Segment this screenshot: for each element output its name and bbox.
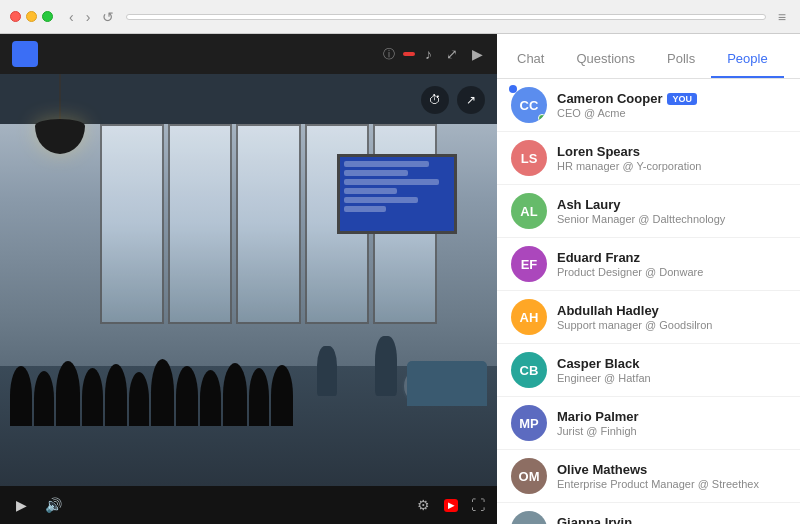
person-role: Enterprise Product Manager @ Streethex — [557, 478, 786, 490]
person-item[interactable]: LSLoren SpearsHR manager @ Y-corporation — [497, 132, 800, 185]
volume-button[interactable]: 🔊 — [41, 495, 66, 515]
maximize-button[interactable] — [42, 11, 53, 22]
volume-button[interactable]: ♪ — [423, 44, 434, 64]
window-pane — [236, 124, 300, 324]
person-name-row: Abdullah Hadley — [557, 303, 786, 318]
browser-chrome: ‹ › ↺ ≡ — [0, 0, 800, 34]
sofa — [407, 361, 487, 406]
person-avatar: EF — [511, 246, 547, 282]
live-badge — [403, 52, 415, 56]
person-role: Support manager @ Goodsilron — [557, 319, 786, 331]
person-info: Olive MathewsEnterprise Product Manager … — [557, 462, 786, 490]
person-name-row: Mario Palmer — [557, 409, 786, 424]
video-area: ⏱ ↗ — [0, 74, 497, 486]
person-name: Ash Laury — [557, 197, 621, 212]
person-avatar: AL — [511, 193, 547, 229]
person-name: Loren Spears — [557, 144, 640, 159]
avatar-wrapper: EF — [511, 246, 547, 282]
person-item[interactable]: CBCasper BlackEngineer @ Hatfan — [497, 344, 800, 397]
tab-questions[interactable]: Questions — [560, 41, 651, 78]
person-name-row: Casper Black — [557, 356, 786, 371]
person-name-row: Eduard Franz — [557, 250, 786, 265]
person-item[interactable]: EFEduard FranzProduct Designer @ Donware — [497, 238, 800, 291]
person-name: Mario Palmer — [557, 409, 639, 424]
forward-button[interactable]: › — [82, 7, 95, 27]
person-name-row: Cameron CooperYOU — [557, 91, 786, 106]
avatar-wrapper: AL — [511, 193, 547, 229]
tab-people[interactable]: People — [711, 41, 783, 78]
traffic-lights — [10, 11, 53, 22]
expand-button[interactable]: ⤢ — [444, 44, 460, 64]
person-role: CEO @ Acme — [557, 107, 786, 119]
person-name-row: Ash Laury — [557, 197, 786, 212]
youtube-logo: ▶ — [444, 499, 461, 512]
person-avatar: CB — [511, 352, 547, 388]
person-item[interactable]: MPMario PalmerJurist @ Finhigh — [497, 397, 800, 450]
tab-polls[interactable]: Polls — [651, 41, 711, 78]
overlay-icons: ⏱ ↗ — [421, 86, 485, 114]
person-name: Casper Black — [557, 356, 639, 371]
refresh-button[interactable]: ↺ — [98, 7, 118, 27]
person-item[interactable]: ALAsh LaurySenior Manager @ Dalttechnolo… — [497, 185, 800, 238]
person-name-row: Loren Spears — [557, 144, 786, 159]
tab-chat[interactable]: Chat — [501, 41, 560, 78]
fullscreen-button[interactable]: ⛶ — [471, 497, 485, 513]
person-role: Engineer @ Hatfan — [557, 372, 786, 384]
topbar-controls: ♪ ⤢ ▶ — [423, 44, 485, 64]
tabs-bar: Chat Questions Polls People — [497, 34, 800, 79]
next-button[interactable]: ▶ — [470, 44, 485, 64]
clock-button[interactable]: ⏱ — [421, 86, 449, 114]
avatar-wrapper: GI — [511, 511, 547, 524]
person-role: Jurist @ Finhigh — [557, 425, 786, 437]
back-button[interactable]: ‹ — [65, 7, 78, 27]
person-name: Abdullah Hadley — [557, 303, 659, 318]
person-role: Senior Manager @ Dalttechnology — [557, 213, 786, 225]
person-item[interactable]: AHAbdullah HadleySupport manager @ Goods… — [497, 291, 800, 344]
video-controls: ▶ 🔊 ⚙ ▶ ⛶ — [0, 486, 497, 524]
person-info: Loren SpearsHR manager @ Y-corporation — [557, 144, 786, 172]
settings-button[interactable]: ⚙ — [413, 495, 434, 515]
avatar-wrapper: AH — [511, 299, 547, 335]
person-name: Gianna Irvin — [557, 515, 632, 524]
person-name: Cameron Cooper — [557, 91, 662, 106]
close-button[interactable] — [10, 11, 21, 22]
avatar-wrapper: MP — [511, 405, 547, 441]
avatar-wrapper: OM — [511, 458, 547, 494]
person-avatar: LS — [511, 140, 547, 176]
person-item[interactable]: GIGianna IrvinUX Engineer @ Rangreen — [497, 503, 800, 524]
window-pane — [100, 124, 164, 324]
presenter-1 — [317, 346, 337, 396]
person-item[interactable]: OMOlive MathewsEnterprise Product Manage… — [497, 450, 800, 503]
person-avatar: AH — [511, 299, 547, 335]
window-pane — [168, 124, 232, 324]
person-info: Ash LaurySenior Manager @ Dalttechnology — [557, 197, 786, 225]
video-title-overlay: ⏱ ↗ — [12, 86, 485, 114]
person-info: Abdullah HadleySupport manager @ Goodsil… — [557, 303, 786, 331]
info-icon[interactable]: ⓘ — [383, 46, 395, 63]
pres-content — [340, 157, 454, 219]
acme-logo — [12, 41, 38, 67]
person-name: Olive Mathews — [557, 462, 647, 477]
nav-buttons: ‹ › ↺ — [65, 7, 118, 27]
minimize-button[interactable] — [26, 11, 37, 22]
avatar-wrapper: LS — [511, 140, 547, 176]
address-bar[interactable] — [126, 14, 765, 20]
person-avatar: OM — [511, 458, 547, 494]
play-pause-button[interactable]: ▶ — [12, 495, 31, 515]
person-name-row: Gianna Irvin — [557, 515, 786, 524]
person-info: Cameron CooperYOUCEO @ Acme — [557, 91, 786, 119]
people-list[interactable]: CCCameron CooperYOUCEO @ AcmeLSLoren Spe… — [497, 79, 800, 524]
avatar-wrapper: CC — [511, 87, 547, 123]
person-avatar: MP — [511, 405, 547, 441]
audience — [0, 306, 297, 426]
presenter-2 — [375, 336, 397, 396]
main-wrapper: ⓘ ♪ ⤢ ▶ — [0, 34, 800, 524]
person-info: Mario PalmerJurist @ Finhigh — [557, 409, 786, 437]
person-avatar: CC — [511, 87, 547, 123]
presentation-screen — [337, 154, 457, 234]
right-panel: Chat Questions Polls People CCCameron Co… — [497, 34, 800, 524]
share-button[interactable]: ↗ — [457, 86, 485, 114]
person-item[interactable]: CCCameron CooperYOUCEO @ Acme — [497, 79, 800, 132]
more-button[interactable]: ≡ — [774, 7, 790, 27]
person-name: Eduard Franz — [557, 250, 640, 265]
